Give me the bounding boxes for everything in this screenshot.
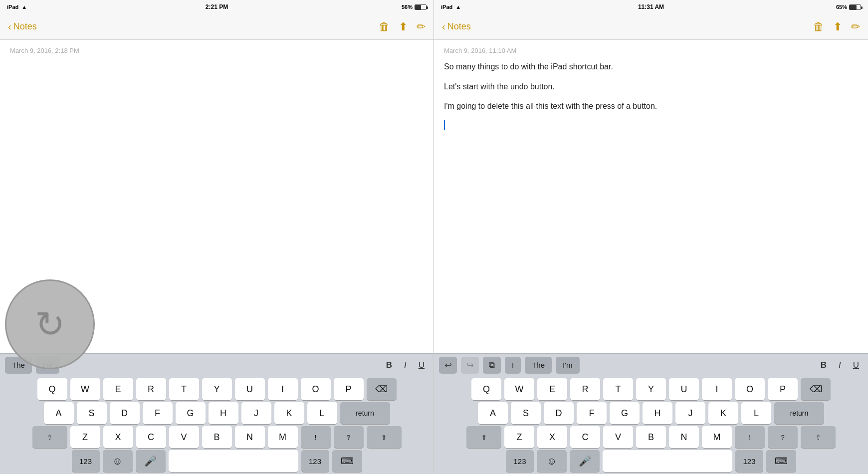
key-v-left[interactable]: V — [169, 426, 199, 448]
key-o-left[interactable]: O — [301, 378, 331, 400]
key-y-left[interactable]: Y — [202, 378, 232, 400]
key-n-right[interactable]: N — [669, 426, 699, 448]
key-l-right[interactable]: L — [741, 402, 771, 424]
key-num2-right[interactable]: 123 — [735, 450, 763, 472]
key-u-left[interactable]: U — [235, 378, 265, 400]
key-keyboard-right[interactable]: ⌨ — [766, 450, 796, 472]
bold-btn-left[interactable]: B — [382, 357, 396, 374]
key-c-right[interactable]: C — [570, 426, 600, 448]
key-exclaim-left[interactable]: ! — [301, 426, 331, 448]
key-r-left[interactable]: R — [136, 378, 166, 400]
key-exclaim-right[interactable]: ! — [735, 426, 765, 448]
key-d-right[interactable]: D — [544, 402, 574, 424]
key-a-right[interactable]: A — [478, 402, 508, 424]
key-w-left[interactable]: W — [70, 378, 100, 400]
key-d-left[interactable]: D — [110, 402, 140, 424]
key-b-left[interactable]: B — [202, 426, 232, 448]
key-j-left[interactable]: J — [241, 402, 271, 424]
italic-btn-right[interactable]: I — [835, 357, 845, 374]
key-s-right[interactable]: S — [511, 402, 541, 424]
key-shift-left[interactable]: ⇧ — [32, 426, 67, 448]
key-emoji-right[interactable]: ☺ — [537, 450, 567, 472]
key-shift-right[interactable]: ⇧ — [466, 426, 501, 448]
key-f-left[interactable]: F — [143, 402, 173, 424]
key-f-right[interactable]: F — [577, 402, 607, 424]
bold-btn-right[interactable]: B — [817, 357, 831, 374]
key-h-left[interactable]: H — [209, 402, 238, 424]
key-s-left[interactable]: S — [77, 402, 107, 424]
shortcut-word-the-right[interactable]: The — [525, 357, 552, 374]
key-t-left[interactable]: T — [169, 378, 199, 400]
back-arrow-left[interactable]: ‹ — [8, 21, 11, 32]
underline-btn-left[interactable]: U — [415, 357, 429, 374]
back-arrow-right[interactable]: ‹ — [442, 21, 445, 32]
key-o-right[interactable]: O — [735, 378, 765, 400]
key-l-left[interactable]: L — [307, 402, 337, 424]
key-mic-right[interactable]: 🎤 — [570, 450, 600, 472]
key-j-right[interactable]: J — [675, 402, 705, 424]
key-emoji-left[interactable]: ☺ — [103, 450, 133, 472]
key-c-left[interactable]: C — [136, 426, 166, 448]
back-label-left[interactable]: Notes — [13, 21, 37, 32]
redo-btn-right[interactable]: ↪ — [461, 357, 479, 374]
key-question-right[interactable]: ? — [768, 426, 798, 448]
italic-btn-left[interactable]: I — [400, 357, 411, 374]
key-w-right[interactable]: W — [504, 378, 534, 400]
trash-icon-left[interactable]: 🗑 — [379, 20, 390, 33]
nav-left-right[interactable]: ‹ Notes — [442, 21, 471, 32]
key-z-right[interactable]: Z — [504, 426, 534, 448]
key-g-right[interactable]: G — [610, 402, 640, 424]
key-p-left[interactable]: P — [334, 378, 364, 400]
key-keyboard-left[interactable]: ⌨ — [332, 450, 362, 472]
key-num-left[interactable]: 123 — [72, 450, 100, 472]
trash-icon-right[interactable]: 🗑 — [813, 20, 824, 33]
key-return-right[interactable]: return — [774, 402, 824, 424]
key-shift2-left[interactable]: ⇧ — [367, 426, 402, 448]
key-i-right[interactable]: I — [702, 378, 732, 400]
key-y-right[interactable]: Y — [636, 378, 666, 400]
key-num2-left[interactable]: 123 — [301, 450, 329, 472]
undo-btn-right[interactable]: ↩ — [439, 357, 457, 374]
key-u-right[interactable]: U — [669, 378, 699, 400]
share-icon-right[interactable]: ⬆ — [833, 20, 842, 33]
key-t-right[interactable]: T — [603, 378, 633, 400]
key-m-left[interactable]: M — [268, 426, 298, 448]
key-mic-left[interactable]: 🎤 — [136, 450, 166, 472]
back-label-right[interactable]: Notes — [447, 21, 471, 32]
shortcut-word-im-right[interactable]: I'm — [556, 357, 580, 374]
key-space-left[interactable] — [169, 450, 298, 472]
key-x-left[interactable]: X — [103, 426, 133, 448]
key-e-left[interactable]: E — [103, 378, 133, 400]
compose-icon-left[interactable]: ✏ — [417, 20, 426, 33]
share-icon-left[interactable]: ⬆ — [399, 20, 408, 33]
key-i-left[interactable]: I — [268, 378, 298, 400]
key-shift2-right[interactable]: ⇧ — [801, 426, 836, 448]
key-del-left[interactable]: ⌫ — [367, 378, 397, 400]
key-space-right[interactable] — [603, 450, 732, 472]
key-z-left[interactable]: Z — [70, 426, 100, 448]
nav-left-left[interactable]: ‹ Notes — [8, 21, 37, 32]
key-r-right[interactable]: R — [570, 378, 600, 400]
key-n-left[interactable]: N — [235, 426, 265, 448]
key-x-right[interactable]: X — [537, 426, 567, 448]
underline-btn-right[interactable]: U — [849, 357, 863, 374]
key-q-right[interactable]: Q — [471, 378, 501, 400]
key-a-left[interactable]: A — [44, 402, 74, 424]
key-e-right[interactable]: E — [537, 378, 567, 400]
redo-circle[interactable]: ↻ — [5, 279, 95, 369]
key-m-right[interactable]: M — [702, 426, 732, 448]
key-question-left[interactable]: ? — [334, 426, 364, 448]
key-del-right[interactable]: ⌫ — [801, 378, 831, 400]
key-return-left[interactable]: return — [340, 402, 390, 424]
key-num-right[interactable]: 123 — [506, 450, 534, 472]
key-g-left[interactable]: G — [176, 402, 206, 424]
key-v-right[interactable]: V — [603, 426, 633, 448]
key-h-right[interactable]: H — [643, 402, 672, 424]
key-k-left[interactable]: K — [274, 402, 304, 424]
key-b-right[interactable]: B — [636, 426, 666, 448]
shortcut-word-i-right[interactable]: I — [505, 357, 521, 374]
note-area-right[interactable]: March 9, 2016, 11:10 AM So many things t… — [434, 40, 868, 353]
key-q-left[interactable]: Q — [37, 378, 67, 400]
compose-icon-right[interactable]: ✏ — [851, 20, 860, 33]
key-p-right[interactable]: P — [768, 378, 798, 400]
